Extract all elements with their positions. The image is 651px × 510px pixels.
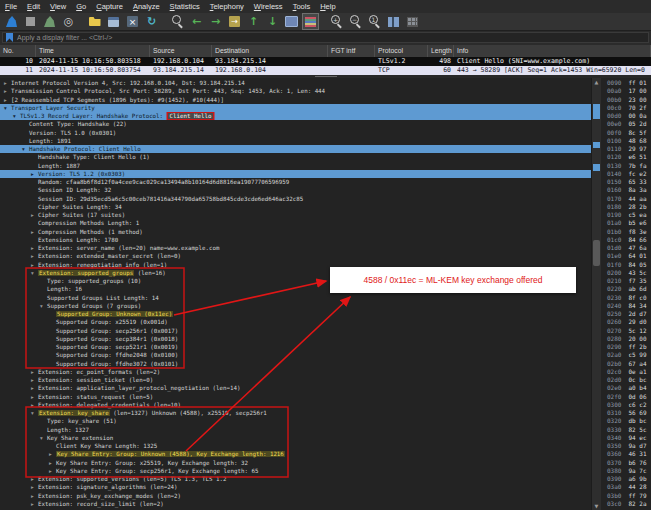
menu-item-go[interactable]: Go <box>71 0 91 13</box>
file-close-icon[interactable] <box>125 14 140 29</box>
display-filter-input[interactable]: Apply a display filter ... <Ctrl-/> <box>2 32 649 43</box>
expander-icon[interactable]: ▾ <box>40 434 47 442</box>
hex-row[interactable]: 02d00c bc <box>601 376 651 384</box>
menu-item-tools[interactable]: Tools <box>288 0 316 13</box>
expander-icon[interactable]: ▸ <box>31 244 38 252</box>
tree-row[interactable]: Random: cfaa8b6f8d12f0a4cee9cac029ca1349… <box>0 178 591 186</box>
zoom-out-icon[interactable] <box>348 14 363 29</box>
hex-row[interactable]: 028020 00 <box>601 335 651 343</box>
tree-row[interactable]: Handshake Type: Client Hello (1) <box>0 153 591 161</box>
tree-row[interactable]: Supported Group: x25519 (0x001d) <box>0 318 591 326</box>
tree-row[interactable]: Extensions Length: 1780 <box>0 236 591 244</box>
expander-icon[interactable]: ▸ <box>31 384 38 392</box>
hex-row[interactable]: 02b067 a4 <box>601 360 651 368</box>
hex-row[interactable]: 0390a6 9b <box>601 475 651 483</box>
capture-start-icon[interactable] <box>4 14 19 29</box>
hex-row[interactable]: 03a044 28 <box>601 483 651 491</box>
hex-row[interactable]: 03509a d7 <box>601 442 651 450</box>
hex-row[interactable]: 01a0b5 e6 <box>601 219 651 227</box>
go-up-icon[interactable] <box>246 14 261 29</box>
hex-row[interactable]: 02a0c5 99 <box>601 351 651 359</box>
expander-icon[interactable]: ▾ <box>31 269 38 277</box>
tree-row[interactable]: ▸Extension: server_name (len=20) name=ww… <box>0 244 591 252</box>
file-open-icon[interactable] <box>87 14 102 29</box>
expander-icon[interactable]: ▸ <box>31 211 38 219</box>
tree-row[interactable]: ▸Extension: delegated_credentials (len=1… <box>0 401 591 409</box>
tree-row[interactable]: Supported Group: secp384r1 (0x0018) <box>0 335 591 343</box>
go-to-icon[interactable] <box>227 14 242 29</box>
expander-icon[interactable]: ▸ <box>49 450 56 458</box>
menu-item-wireless[interactable]: Wireless <box>249 0 288 13</box>
tree-row[interactable]: ▸[2 Reassembled TCP Segments (1896 bytes… <box>0 96 591 104</box>
menu-item-help[interactable]: Help <box>315 0 340 13</box>
expander-icon[interactable]: ▾ <box>13 112 20 120</box>
filter-bookmark-icon[interactable] <box>6 33 13 42</box>
go-back-icon[interactable] <box>189 14 204 29</box>
hex-row[interactable]: 03809a 7c <box>601 467 651 475</box>
packet-row[interactable]: 112024-11-15 10:16:50.80375493.184.215.1… <box>0 66 651 75</box>
hex-row[interactable]: 01c084 66 <box>601 236 651 244</box>
menu-item-file[interactable]: File <box>0 0 22 13</box>
tree-row[interactable]: Length: 1887 <box>0 162 591 170</box>
tree-row[interactable]: ▾Key Share extension <box>0 434 591 442</box>
tree-row[interactable]: ▸Extension: psk_key_exchange_modes (len=… <box>0 492 591 500</box>
hex-row[interactable]: 011029 97 <box>601 145 651 153</box>
tree-row[interactable]: ▸Extension: record_size_limit (len=2) <box>0 500 591 508</box>
expander-icon[interactable]: ▸ <box>49 459 56 467</box>
tree-row[interactable]: Type: key_share (51) <box>0 417 591 425</box>
tree-row[interactable]: ▸Extension: application_layer_protocol_n… <box>0 384 591 392</box>
capture-stop-icon[interactable] <box>23 14 38 29</box>
tree-row[interactable]: Session ID Length: 32 <box>0 186 591 194</box>
hex-row[interactable]: 03b0ff 79 <box>601 492 651 500</box>
go-down-icon[interactable] <box>265 14 280 29</box>
hex-row[interactable]: 02c00e a1 <box>601 368 651 376</box>
hex-row[interactable]: 01608a 3a <box>601 186 651 194</box>
expander-icon[interactable]: ▸ <box>31 483 38 491</box>
expander-icon[interactable]: ▸ <box>4 79 11 87</box>
tree-row[interactable]: Supported Group: secp521r1 (0x0019) <box>0 343 591 351</box>
hex-row[interactable]: 0290ff 2b <box>601 343 651 351</box>
hex-row[interactable]: 00b023 00 <box>601 96 651 104</box>
column-header-source[interactable]: Source <box>150 45 212 57</box>
hex-row[interactable]: 017044 aa <box>601 195 651 203</box>
expander-icon[interactable]: ▸ <box>31 261 38 269</box>
grid-icon[interactable] <box>405 14 420 29</box>
file-save-icon[interactable] <box>106 14 121 29</box>
hex-row[interactable]: 00e005 2d <box>601 120 651 128</box>
tree-row[interactable]: Supported Group: ffdhe3072 (0x0101) <box>0 360 591 368</box>
hex-row[interactable]: 0210f7 35 <box>601 277 651 285</box>
expander-icon[interactable]: ▸ <box>31 401 38 409</box>
menu-item-telephony[interactable]: Telephony <box>205 0 249 13</box>
hex-row[interactable]: 036046 31 <box>601 450 651 458</box>
hex-row[interactable]: 018028 2b <box>601 203 651 211</box>
tree-row[interactable]: ▸Extension: extended_master_secret (len=… <box>0 252 591 260</box>
resize-columns-icon[interactable] <box>386 14 401 29</box>
tree-row-group-mlkem[interactable]: Supported Group: Unknown (0x11ec) <box>0 310 591 318</box>
column-header-info[interactable]: Info <box>454 45 651 57</box>
expander-icon[interactable]: ▸ <box>31 393 38 401</box>
tree-row[interactable]: Supported Group: ffdhe2048 (0x0100) <box>0 351 591 359</box>
expander-icon[interactable]: ▸ <box>31 252 38 260</box>
hex-dump-pane[interactable]: 0090ff 0100a017 0000b023 0000c070 2f00d0… <box>601 78 651 510</box>
hex-row[interactable]: 00c070 2f <box>601 104 651 112</box>
expander-icon[interactable]: ▾ <box>40 302 47 310</box>
tree-row[interactable]: Supported Group: secp256r1 (0x0017) <box>0 327 591 335</box>
hex-row[interactable]: 02e0a0 b4 <box>601 384 651 392</box>
tree-row-handshake[interactable]: ▾Handshake Protocol: Client Hello <box>0 145 591 153</box>
scrollbar-thumb[interactable] <box>593 240 600 266</box>
hex-row[interactable]: 0320db bc <box>601 417 651 425</box>
go-forward-icon[interactable] <box>208 14 223 29</box>
hex-row[interactable]: 010048 68 <box>601 137 651 145</box>
expander-icon[interactable]: ▸ <box>31 492 38 500</box>
hex-row[interactable]: 0300c6 c2 <box>601 401 651 409</box>
capture-options-icon[interactable] <box>61 14 76 29</box>
hex-row[interactable]: 0140fc e2 <box>601 170 651 178</box>
tree-row-tls[interactable]: ▾Transport Layer Security <box>0 104 591 112</box>
tree-row[interactable]: Version: TLS 1.0 (0x0301) <box>0 129 591 137</box>
tree-row[interactable]: Supported Groups List Length: 14 <box>0 294 591 302</box>
tree-row[interactable]: Content Type: Handshake (22) <box>0 120 591 128</box>
scroll-down-icon[interactable]: ▼ <box>592 503 601 509</box>
tree-row[interactable]: ▾Supported Groups (7 groups) <box>0 302 591 310</box>
hex-row[interactable]: 01d047 6a <box>601 244 651 252</box>
column-header-no-[interactable]: No. <box>0 45 36 57</box>
